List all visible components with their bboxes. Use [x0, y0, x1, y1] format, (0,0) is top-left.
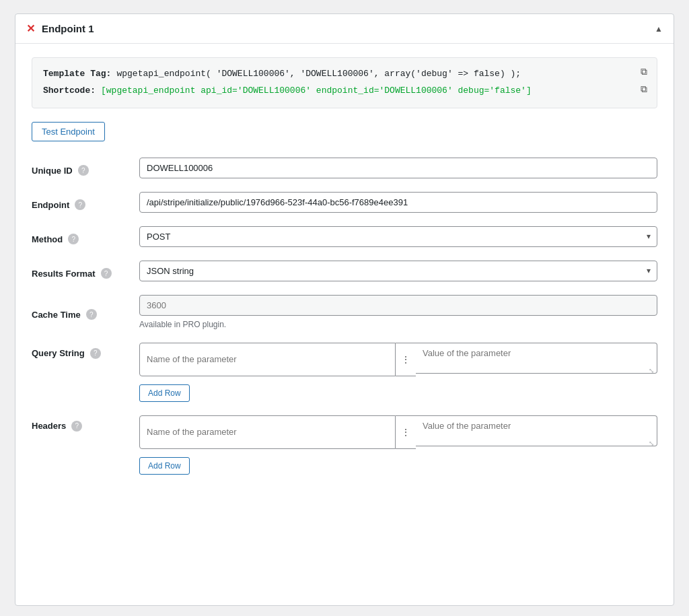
cache-time-row: Cache Time ? Available in PRO plugin. — [32, 295, 657, 329]
headers-name-input[interactable] — [139, 415, 396, 449]
headers-control: ⋮ ⤡ Add Row — [139, 415, 657, 475]
panel-header: ✕ Endpoint 1 ▲ — [15, 14, 674, 44]
method-help-icon[interactable]: ? — [68, 234, 79, 244]
query-string-value-wrapper: ⤡ — [416, 343, 657, 376]
results-format-row: Results Format ? JSON string Serialized … — [32, 261, 657, 281]
headers-label: Headers — [32, 421, 66, 431]
headers-row: Headers ? ⋮ ⤡ Add Row — [32, 415, 657, 475]
unique-id-control — [139, 158, 657, 178]
shortcode-label: Shortcode: — [43, 84, 96, 98]
headers-label-col: Headers ? — [32, 415, 139, 432]
shortcode-line: Shortcode: [wpgetapi_endpoint api_id='DO… — [43, 84, 646, 98]
results-format-label: Results Format — [32, 269, 96, 279]
endpoint-control — [139, 192, 657, 213]
method-control: POST GET PUT DELETE PATCH — [139, 226, 657, 247]
headers-value-input[interactable] — [416, 415, 657, 446]
query-string-separator: ⋮ — [396, 343, 416, 376]
copy-shortcode-button[interactable]: ⧉ — [638, 82, 650, 96]
collapse-icon[interactable]: ▲ — [655, 24, 663, 34]
copy-template-button[interactable]: ⧉ — [638, 65, 650, 79]
close-icon[interactable]: ✕ — [26, 22, 35, 35]
headers-help-icon[interactable]: ? — [71, 421, 82, 432]
headers-separator: ⋮ — [396, 415, 416, 449]
endpoint-label: Endpoint — [32, 200, 69, 210]
endpoint-row: Endpoint ? — [32, 192, 657, 213]
unique-id-label-col: Unique ID ? — [32, 160, 139, 176]
headers-value-wrapper: ⤡ — [416, 415, 657, 449]
add-row-headers-button[interactable]: Add Row — [139, 457, 190, 475]
endpoint-help-icon[interactable]: ? — [75, 199, 85, 210]
template-tag-label: Template Tag: — [43, 67, 111, 81]
cache-time-label: Cache Time — [32, 310, 81, 320]
cache-time-help-icon[interactable]: ? — [86, 309, 97, 320]
query-string-row: Query String ? ⋮ ⤡ Add Row — [32, 343, 657, 402]
results-format-help-icon[interactable]: ? — [101, 268, 112, 279]
endpoint-panel: ✕ Endpoint 1 ▲ Template Tag: wpgetapi_en… — [15, 13, 674, 606]
cache-time-control: Available in PRO plugin. — [139, 295, 657, 329]
method-label: Method — [32, 234, 63, 244]
query-string-param-grid: ⋮ ⤡ — [139, 343, 657, 376]
endpoint-label-col: Endpoint ? — [32, 194, 139, 210]
panel-title: Endpoint 1 — [42, 23, 94, 34]
results-format-label-col: Results Format ? — [32, 263, 139, 279]
unique-id-input[interactable] — [139, 158, 657, 178]
unique-id-help-icon[interactable]: ? — [78, 165, 89, 176]
panel-body: Template Tag: wpgetapi_endpoint( 'DOWELL… — [15, 44, 674, 502]
shortcode-value: [wpgetapi_endpoint api_id='DOWELL100006'… — [101, 84, 532, 98]
unique-id-row: Unique ID ? — [32, 158, 657, 178]
method-select-wrapper: POST GET PUT DELETE PATCH — [139, 226, 657, 247]
cache-time-label-col: Cache Time ? — [32, 304, 139, 320]
endpoint-input[interactable] — [139, 192, 657, 213]
query-string-label: Query String — [32, 348, 85, 358]
headers-param-grid: ⋮ ⤡ — [139, 415, 657, 449]
unique-id-label: Unique ID — [32, 166, 73, 176]
panel-header-left: ✕ Endpoint 1 — [26, 22, 94, 35]
results-format-select[interactable]: JSON string Serialized array Array — [139, 261, 657, 281]
results-format-control: JSON string Serialized array Array — [139, 261, 657, 281]
test-endpoint-button[interactable]: Test Endpoint — [32, 122, 105, 141]
add-row-query-button[interactable]: Add Row — [139, 384, 190, 402]
query-string-help-icon[interactable]: ? — [90, 348, 101, 359]
cache-time-helper: Available in PRO plugin. — [139, 320, 657, 329]
resize-handle-icon: ⤡ — [649, 368, 655, 374]
headers-resize-handle-icon: ⤡ — [649, 440, 655, 447]
code-block: Template Tag: wpgetapi_endpoint( 'DOWELL… — [32, 57, 657, 108]
method-select[interactable]: POST GET PUT DELETE PATCH — [139, 226, 657, 247]
query-string-name-input[interactable] — [139, 343, 396, 376]
query-string-control: ⋮ ⤡ Add Row — [139, 343, 657, 402]
method-label-col: Method ? — [32, 228, 139, 244]
method-row: Method ? POST GET PUT DELETE PATCH — [32, 226, 657, 247]
query-string-value-input[interactable] — [416, 343, 657, 374]
cache-time-input[interactable] — [139, 295, 657, 316]
template-tag-line: Template Tag: wpgetapi_endpoint( 'DOWELL… — [43, 67, 646, 81]
results-format-select-wrapper: JSON string Serialized array Array — [139, 261, 657, 281]
query-string-label-col: Query String ? — [32, 343, 139, 359]
template-tag-value: wpgetapi_endpoint( 'DOWELL100006', 'DOWE… — [116, 67, 521, 81]
